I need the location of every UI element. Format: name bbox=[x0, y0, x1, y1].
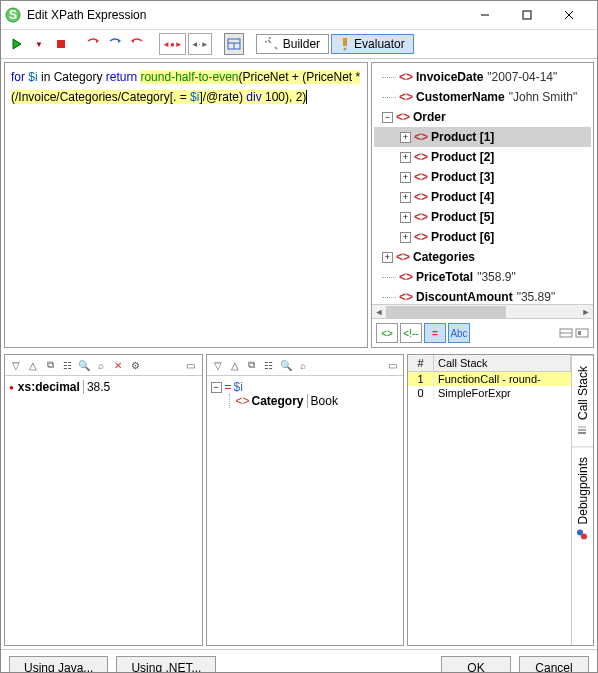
expander-icon[interactable]: + bbox=[400, 152, 411, 163]
side-tab-debugpoints[interactable]: Debugpoints bbox=[572, 446, 593, 550]
maximize-button[interactable] bbox=[509, 1, 551, 29]
svg-text:<>: <> bbox=[414, 151, 428, 163]
svg-text:<>: <> bbox=[396, 111, 410, 123]
run-button[interactable] bbox=[7, 33, 27, 55]
tree-node[interactable]: <>CustomerName"John Smith" bbox=[374, 87, 591, 107]
res-config-icon[interactable]: ⚙ bbox=[128, 358, 142, 372]
stack-row[interactable]: 1FunctionCall - round- bbox=[408, 372, 571, 386]
tree-node[interactable]: +<>Product [1] bbox=[374, 127, 591, 147]
tree-opt-1[interactable] bbox=[559, 326, 573, 340]
svg-text:<>: <> bbox=[399, 71, 413, 83]
svg-rect-26 bbox=[576, 329, 588, 337]
svg-rect-3 bbox=[523, 11, 531, 19]
w-copy-icon[interactable]: ⧉ bbox=[245, 358, 259, 372]
tree-filter-text[interactable]: Abc bbox=[448, 323, 470, 343]
w-nav-down[interactable]: ▽ bbox=[211, 358, 225, 372]
expander-icon[interactable]: + bbox=[400, 192, 411, 203]
tree-node[interactable]: <>PriceTotal"358.9" bbox=[374, 267, 591, 287]
app-icon: S bbox=[5, 7, 21, 23]
tree-node[interactable]: +<>Product [5] bbox=[374, 207, 591, 227]
expander-icon[interactable]: + bbox=[400, 232, 411, 243]
window-title: Edit XPath Expression bbox=[27, 8, 467, 22]
collapse-icon[interactable]: − bbox=[211, 382, 222, 393]
tree-hscroll[interactable]: ◄► bbox=[372, 304, 593, 318]
svg-text:<>: <> bbox=[399, 91, 413, 103]
stop-button[interactable] bbox=[51, 33, 71, 55]
watch-var-row[interactable]: − = $i bbox=[211, 380, 400, 394]
ok-button[interactable]: OK bbox=[441, 656, 511, 673]
w-search-icon[interactable]: 🔍 bbox=[279, 358, 293, 372]
tree-node[interactable]: +<>Product [6] bbox=[374, 227, 591, 247]
svg-text:<>: <> bbox=[414, 171, 428, 183]
result-value: 38.5 bbox=[87, 380, 110, 394]
svg-rect-27 bbox=[578, 331, 581, 335]
res-nav-up[interactable]: △ bbox=[26, 358, 40, 372]
step-over-icon[interactable] bbox=[105, 33, 125, 55]
tree-node[interactable]: <>InvoiceDate"2007-04-14" bbox=[374, 67, 591, 87]
titlebar: S Edit XPath Expression bbox=[1, 1, 597, 30]
tree-node[interactable]: <>DiscountAmount"35.89" bbox=[374, 287, 591, 304]
expander-icon[interactable]: + bbox=[400, 212, 411, 223]
minimize-button[interactable] bbox=[467, 1, 509, 29]
layout-toggle-button[interactable] bbox=[224, 33, 244, 55]
tree-node[interactable]: +<>Categories bbox=[374, 247, 591, 267]
expander-icon[interactable]: + bbox=[400, 132, 411, 143]
watch-child-name: Category bbox=[252, 394, 304, 408]
tree-opt-2[interactable] bbox=[575, 326, 589, 340]
expander-icon[interactable]: + bbox=[382, 252, 393, 263]
side-tab-callstack[interactable]: Call Stack bbox=[572, 355, 593, 446]
bullet-icon: ● bbox=[9, 383, 14, 392]
result-type: xs:decimal bbox=[18, 380, 80, 394]
debug-marker-2[interactable]: ◄·► bbox=[188, 33, 212, 55]
close-button[interactable] bbox=[551, 1, 593, 29]
expander-icon[interactable]: − bbox=[382, 112, 393, 123]
cancel-button[interactable]: Cancel bbox=[519, 656, 589, 673]
tree-node[interactable]: +<>Product [4] bbox=[374, 187, 591, 207]
watch-pane: ▽ △ ⧉ ☷ 🔍 ⌕ ▭ − = $i <> Category bbox=[206, 354, 405, 646]
wrench-icon bbox=[265, 37, 279, 51]
breakpoint-icon bbox=[577, 528, 589, 540]
res-nav-down[interactable]: ▽ bbox=[9, 358, 23, 372]
w-find-icon[interactable]: ⌕ bbox=[296, 358, 310, 372]
footer: Using Java... Using .NET... OK Cancel bbox=[1, 649, 597, 673]
svg-text:S: S bbox=[9, 8, 17, 22]
java-button[interactable]: Using Java... bbox=[9, 656, 108, 673]
res-clear-icon[interactable]: ✕ bbox=[111, 358, 125, 372]
result-row[interactable]: ● xs:decimal 38.5 bbox=[9, 380, 198, 394]
svg-point-11 bbox=[344, 48, 347, 51]
svg-text:<>: <> bbox=[399, 291, 413, 303]
svg-rect-6 bbox=[57, 40, 65, 48]
step-into-icon[interactable] bbox=[83, 33, 103, 55]
expander-icon[interactable]: + bbox=[400, 172, 411, 183]
evaluator-button[interactable]: Evaluator bbox=[331, 34, 414, 54]
w-tree-icon[interactable]: ☷ bbox=[262, 358, 276, 372]
watch-var-name: $i bbox=[234, 380, 243, 394]
tree-node[interactable]: +<>Product [2] bbox=[374, 147, 591, 167]
res-tree-icon[interactable]: ☷ bbox=[60, 358, 74, 372]
res-find-icon[interactable]: ⌕ bbox=[94, 358, 108, 372]
svg-text:<>: <> bbox=[414, 131, 428, 143]
context-tree: <>InvoiceDate"2007-04-14"<>CustomerName"… bbox=[371, 62, 594, 348]
watch-child-row[interactable]: <> Category Book bbox=[211, 394, 400, 408]
expression-editor[interactable]: for $i in Category return round-half-to-… bbox=[4, 62, 368, 348]
res-copy-icon[interactable]: ⧉ bbox=[43, 358, 57, 372]
tree-filter-attr[interactable]: = bbox=[424, 323, 446, 343]
w-pane-opt[interactable]: ▭ bbox=[385, 358, 399, 372]
debug-marker-1[interactable]: ◄●► bbox=[159, 33, 186, 55]
attr-icon: = bbox=[225, 380, 232, 394]
result-pane: ▽ △ ⧉ ☷ 🔍 ⌕ ✕ ⚙ ▭ ● xs:decimal 38.5 bbox=[4, 354, 203, 646]
step-out-icon[interactable] bbox=[127, 33, 147, 55]
tree-node[interactable]: +<>Product [3] bbox=[374, 167, 591, 187]
tree-node[interactable]: −<>Order bbox=[374, 107, 591, 127]
tree-filter-tag[interactable]: <> bbox=[376, 323, 398, 343]
stack-row[interactable]: 0SimpleForExpr bbox=[408, 386, 571, 400]
w-nav-up[interactable]: △ bbox=[228, 358, 242, 372]
res-pane-opt[interactable]: ▭ bbox=[184, 358, 198, 372]
builder-button[interactable]: Builder bbox=[256, 34, 329, 54]
run-menu-button[interactable]: ▼ bbox=[29, 33, 49, 55]
svg-point-32 bbox=[578, 529, 584, 535]
res-search-icon[interactable]: 🔍 bbox=[77, 358, 91, 372]
tree-filter-comment[interactable]: <!-- bbox=[400, 323, 422, 343]
dotnet-button[interactable]: Using .NET... bbox=[116, 656, 216, 673]
svg-text:<>: <> bbox=[399, 271, 413, 283]
